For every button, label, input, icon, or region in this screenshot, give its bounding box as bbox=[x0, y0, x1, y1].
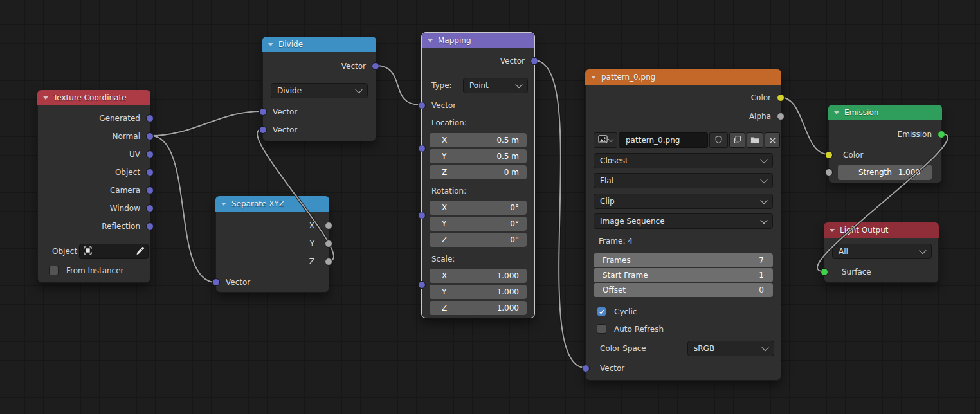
socket-input-vector[interactable] bbox=[418, 102, 426, 109]
socket-output-alpha[interactable] bbox=[777, 113, 785, 120]
rotation-x-field[interactable]: X0° bbox=[430, 201, 527, 215]
node-separate-xyz[interactable]: Separate XYZ X Y Z Vector bbox=[215, 196, 329, 292]
socket-output-color[interactable] bbox=[777, 94, 785, 102]
node-texture-coordinate[interactable]: Texture Coordinate Generated Normal UV O… bbox=[37, 90, 150, 283]
extension-dropdown[interactable]: Clip bbox=[594, 194, 773, 209]
socket-input-location[interactable] bbox=[418, 145, 426, 152]
input-row: Vector bbox=[263, 103, 376, 121]
axis-label: Z bbox=[437, 235, 447, 244]
collapse-arrow-icon[interactable] bbox=[268, 43, 273, 46]
socket-output-y[interactable] bbox=[325, 240, 332, 248]
socket-input-vector-1[interactable] bbox=[259, 108, 267, 116]
node-header-emission[interactable]: Emission bbox=[828, 105, 942, 120]
node-header-light-output[interactable]: Light Output bbox=[824, 222, 939, 238]
type-dropdown[interactable]: Point bbox=[463, 78, 528, 93]
interpolation-dropdown[interactable]: Closest bbox=[594, 153, 773, 168]
color-space-dropdown[interactable]: sRGB bbox=[687, 341, 774, 356]
node-light-output[interactable]: Light Output All Surface bbox=[824, 222, 939, 283]
frames-field[interactable]: Frames7 bbox=[594, 253, 773, 267]
operation-dropdown[interactable]: Divide bbox=[271, 83, 368, 98]
axis-label: X bbox=[437, 136, 447, 145]
socket-input-rotation[interactable] bbox=[418, 212, 426, 219]
socket-input-strength[interactable] bbox=[825, 168, 833, 176]
output-row: Alpha bbox=[586, 107, 781, 125]
socket-output-object[interactable] bbox=[146, 168, 154, 176]
wire-normal-to-divide-vector1 bbox=[150, 111, 262, 136]
input-label-vector: Vector bbox=[216, 278, 250, 287]
collapse-arrow-icon[interactable] bbox=[43, 96, 48, 100]
object-data-icon bbox=[83, 246, 93, 258]
scale-x-field[interactable]: X1.000 bbox=[430, 269, 527, 283]
image-browse-button[interactable] bbox=[594, 132, 617, 148]
wire-image-color-to-emission-color bbox=[780, 97, 828, 154]
socket-output-vector[interactable] bbox=[372, 62, 379, 70]
socket-output-uv[interactable] bbox=[146, 150, 154, 158]
auto-refresh-checkbox[interactable] bbox=[597, 324, 606, 334]
rotation-z-field[interactable]: Z0° bbox=[430, 233, 527, 247]
socket-input-vector[interactable] bbox=[212, 278, 220, 286]
unlink-image-button[interactable] bbox=[765, 132, 780, 148]
socket-input-scale[interactable] bbox=[418, 281, 426, 289]
open-image-button[interactable] bbox=[747, 132, 763, 148]
socket-output-emission[interactable] bbox=[938, 130, 945, 138]
offset-field[interactable]: Offset0 bbox=[594, 283, 773, 297]
copy-icon bbox=[733, 134, 741, 147]
start-frame-value: 1 bbox=[759, 271, 764, 280]
node-header-texture-coordinate[interactable]: Texture Coordinate bbox=[37, 90, 150, 105]
object-picker-field[interactable] bbox=[79, 244, 149, 259]
eyedropper-icon[interactable] bbox=[136, 246, 145, 258]
scale-z-field[interactable]: Z1.000 bbox=[430, 301, 527, 315]
collapse-arrow-icon[interactable] bbox=[834, 111, 839, 114]
strength-field[interactable]: Strength 1.000 bbox=[838, 165, 932, 180]
socket-input-vector[interactable] bbox=[582, 364, 590, 372]
socket-input-vector-2[interactable] bbox=[259, 126, 267, 134]
socket-output-x[interactable] bbox=[325, 222, 332, 230]
input-row: Vector bbox=[422, 96, 534, 114]
collapse-arrow-icon[interactable] bbox=[830, 229, 835, 232]
start-frame-field[interactable]: Start Frame1 bbox=[594, 268, 773, 282]
socket-output-vector[interactable] bbox=[531, 57, 538, 65]
collapse-arrow-icon[interactable] bbox=[591, 76, 596, 79]
from-instancer-checkbox[interactable] bbox=[49, 266, 59, 275]
node-header-image-texture[interactable]: pattern_0.png bbox=[585, 69, 781, 85]
offset-value: 0 bbox=[759, 285, 764, 294]
location-y-field[interactable]: Y0.5 m bbox=[430, 149, 527, 163]
socket-output-reflection[interactable] bbox=[146, 222, 154, 230]
socket-output-normal[interactable] bbox=[146, 132, 154, 140]
node-header-separate-xyz[interactable]: Separate XYZ bbox=[215, 196, 329, 212]
output-label-normal: Normal bbox=[113, 132, 150, 141]
node-mapping[interactable]: Mapping Vector Type: Point Vector Locati… bbox=[421, 32, 535, 318]
chevron-down-icon bbox=[760, 156, 767, 163]
socket-output-window[interactable] bbox=[146, 204, 154, 212]
projection-dropdown[interactable]: Flat bbox=[594, 173, 773, 188]
node-title: Separate XYZ bbox=[231, 199, 284, 208]
collapse-arrow-icon[interactable] bbox=[428, 39, 433, 42]
rotation-y-field[interactable]: Y0° bbox=[430, 217, 527, 231]
chevron-down-icon bbox=[919, 247, 926, 254]
image-name-field[interactable]: pattern_0.png bbox=[619, 132, 708, 148]
target-dropdown[interactable]: All bbox=[832, 244, 932, 259]
node-header-divide[interactable]: Divide bbox=[262, 37, 376, 52]
socket-input-color[interactable] bbox=[825, 151, 833, 159]
socket-output-generated[interactable] bbox=[146, 114, 154, 122]
socket-output-camera[interactable] bbox=[146, 186, 154, 194]
input-row: Surface bbox=[824, 263, 938, 281]
node-divide[interactable]: Divide Vector Divide Vector Vector bbox=[262, 37, 376, 141]
duplicate-image-button[interactable] bbox=[729, 132, 745, 148]
axis-value: 1.000 bbox=[497, 271, 519, 280]
socket-input-surface[interactable] bbox=[821, 268, 828, 276]
shield-icon bbox=[714, 134, 723, 147]
cyclic-checkbox[interactable] bbox=[597, 307, 606, 316]
location-z-field[interactable]: Z0 m bbox=[430, 165, 527, 179]
source-dropdown[interactable]: Image Sequence bbox=[594, 213, 773, 229]
folder-icon bbox=[750, 134, 759, 147]
node-editor-canvas[interactable]: Texture Coordinate Generated Normal UV O… bbox=[0, 0, 980, 414]
location-x-field[interactable]: X0.5 m bbox=[430, 133, 527, 147]
node-header-mapping[interactable]: Mapping bbox=[422, 33, 534, 48]
node-image-texture[interactable]: pattern_0.png Color Alpha pattern_0.png bbox=[585, 69, 781, 381]
collapse-arrow-icon[interactable] bbox=[221, 203, 226, 206]
node-emission[interactable]: Emission Emission Color Strength 1.000 bbox=[828, 105, 942, 183]
socket-output-z[interactable] bbox=[325, 258, 332, 266]
scale-y-field[interactable]: Y1.000 bbox=[430, 285, 527, 299]
fake-user-button[interactable] bbox=[709, 132, 728, 148]
